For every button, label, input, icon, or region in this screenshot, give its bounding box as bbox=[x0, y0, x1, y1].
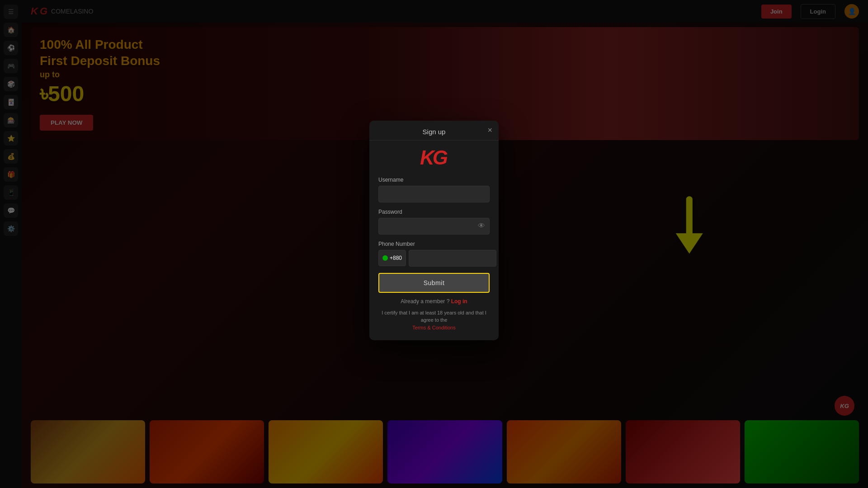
phone-country-selector[interactable]: +880 bbox=[378, 250, 406, 266]
terms-text: I certify that I am at least 18 years ol… bbox=[378, 309, 490, 332]
modal-logo-symbol: KG bbox=[420, 148, 448, 168]
password-toggle-icon[interactable]: 👁 bbox=[478, 222, 485, 230]
flag-indicator bbox=[382, 255, 388, 261]
modal-backdrop[interactable]: Sign up × KG Username Password 👁 bbox=[0, 0, 868, 488]
modal-body: KG Username Password 👁 Phone Number bbox=[369, 141, 499, 341]
username-input[interactable] bbox=[378, 186, 490, 202]
password-group: Password 👁 bbox=[378, 209, 490, 235]
already-member-label: Already a member ? bbox=[401, 298, 449, 305]
signup-modal: Sign up × KG Username Password 👁 bbox=[369, 121, 499, 341]
already-member-text: Already a member ? Log in bbox=[378, 298, 490, 305]
terms-label: I certify that I am at least 18 years ol… bbox=[382, 310, 486, 323]
phone-label: Phone Number bbox=[378, 241, 490, 247]
password-input-wrapper: 👁 bbox=[378, 218, 490, 235]
phone-code: +880 bbox=[390, 255, 402, 261]
modal-logo: KG bbox=[378, 148, 490, 168]
username-group: Username bbox=[378, 177, 490, 202]
submit-button[interactable]: Submit bbox=[378, 273, 490, 293]
modal-title: Sign up bbox=[423, 128, 446, 136]
password-input[interactable] bbox=[378, 218, 490, 235]
modal-header: Sign up × bbox=[369, 121, 499, 141]
phone-group: Phone Number +880 bbox=[378, 241, 490, 267]
password-label: Password bbox=[378, 209, 490, 215]
modal-close-button[interactable]: × bbox=[487, 126, 492, 134]
login-link[interactable]: Log in bbox=[451, 298, 467, 305]
phone-number-input[interactable] bbox=[409, 250, 496, 267]
phone-input-wrapper: +880 bbox=[378, 250, 490, 267]
username-label: Username bbox=[378, 177, 490, 183]
terms-link[interactable]: Terms & Conditions bbox=[412, 325, 455, 330]
